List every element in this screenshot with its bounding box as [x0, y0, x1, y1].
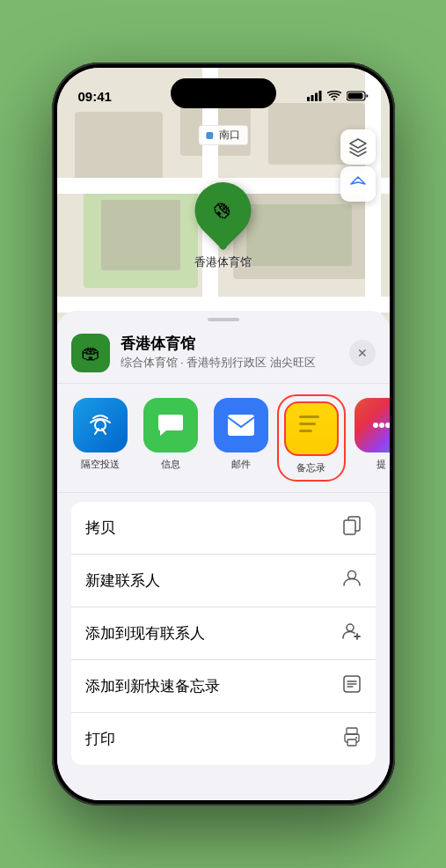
svg-rect-2 — [315, 93, 318, 102]
notes-label: 备忘录 — [296, 461, 325, 474]
venue-subtitle: 综合体育馆 · 香港特别行政区 油尖旺区 — [121, 356, 349, 371]
svg-rect-18 — [347, 739, 356, 746]
message-svg — [156, 410, 186, 440]
svg-point-6 — [95, 420, 106, 430]
airdrop-svg — [86, 411, 114, 439]
layers-icon — [348, 137, 368, 157]
mail-label: 邮件 — [231, 458, 251, 471]
pin-inner: 🏟 — [202, 189, 245, 232]
venue-name: 香港体育馆 — [121, 335, 349, 353]
location-button[interactable] — [340, 166, 376, 202]
printer-svg — [342, 727, 362, 747]
more-svg — [369, 413, 390, 438]
svg-rect-7 — [228, 415, 254, 436]
share-item-more[interactable]: 提 — [351, 398, 390, 478]
venue-info: 香港体育馆 综合体育馆 · 香港特别行政区 油尖旺区 — [121, 335, 349, 370]
svg-point-13 — [347, 571, 355, 579]
dynamic-island — [171, 78, 276, 108]
notes-line-1 — [299, 416, 320, 418]
status-time: 09:41 — [78, 89, 112, 104]
map-inner — [246, 204, 352, 266]
pin-label: 香港体育馆 — [194, 254, 252, 270]
svg-rect-3 — [318, 91, 321, 101]
action-copy-label: 拷贝 — [85, 518, 115, 538]
svg-rect-12 — [344, 520, 355, 534]
share-row: 隔空投送 信息 — [57, 384, 390, 493]
action-quick-note[interactable]: 添加到新快速备忘录 — [71, 660, 376, 713]
more-icon — [355, 398, 390, 452]
message-label: 信息 — [161, 458, 180, 471]
map-label-text: 南口 — [219, 129, 240, 141]
share-item-mail[interactable]: 邮件 — [210, 398, 272, 478]
action-add-contact-label: 添加到现有联系人 — [85, 623, 205, 644]
svg-point-19 — [355, 737, 357, 739]
svg-point-8 — [373, 423, 378, 428]
svg-rect-5 — [347, 93, 362, 99]
note-svg — [342, 674, 362, 694]
svg-point-10 — [385, 423, 390, 428]
notes-line-3 — [299, 430, 312, 432]
phone-screen: 09:41 — [57, 68, 390, 800]
action-print-label: 打印 — [85, 729, 115, 749]
venue-emoji: 🏟 — [81, 342, 100, 364]
phone-frame: 09:41 — [52, 63, 395, 805]
new-contact-icon — [342, 569, 362, 592]
action-copy[interactable]: 拷贝 — [71, 502, 376, 555]
stadium-icon: 🏟 — [208, 195, 238, 225]
print-icon — [342, 727, 362, 751]
notes-lines — [292, 408, 331, 436]
pin-circle: 🏟 — [183, 171, 263, 251]
more-label: 提 — [377, 458, 386, 471]
message-icon — [143, 398, 198, 452]
notes-icon — [284, 401, 339, 456]
map-layers-button[interactable] — [340, 129, 376, 165]
location-arrow-icon — [349, 175, 367, 193]
svg-rect-0 — [307, 97, 310, 101]
copy-svg — [342, 516, 362, 535]
venue-icon: 🏟 — [71, 334, 110, 372]
action-print[interactable]: 打印 — [71, 713, 376, 765]
quick-note-icon — [342, 674, 362, 698]
status-icons — [307, 91, 369, 101]
bottom-sheet: 🏟 香港体育馆 综合体育馆 · 香港特别行政区 油尖旺区 ✕ — [57, 311, 390, 800]
share-item-message[interactable]: 信息 — [140, 398, 201, 478]
wifi-icon — [327, 91, 341, 101]
add-contact-icon — [342, 622, 362, 645]
svg-rect-1 — [311, 95, 313, 101]
mail-svg — [226, 413, 256, 438]
action-new-contact[interactable]: 新建联系人 — [71, 555, 376, 607]
close-button[interactable]: ✕ — [349, 340, 376, 366]
battery-icon — [347, 91, 369, 101]
action-list: 拷贝 新建联系人 — [71, 502, 376, 765]
share-item-notes[interactable]: 备忘录 — [281, 398, 342, 478]
svg-point-14 — [347, 624, 354, 631]
action-quick-note-label: 添加到新快速备忘录 — [85, 676, 220, 696]
airdrop-icon — [73, 398, 128, 452]
share-item-airdrop[interactable]: 隔空投送 — [69, 398, 131, 478]
svg-rect-16 — [347, 728, 357, 734]
copy-icon — [342, 516, 362, 540]
person-add-svg — [342, 622, 362, 641]
airdrop-label: 隔空投送 — [81, 458, 120, 471]
map-label: 南口 — [198, 125, 248, 145]
signal-icon — [307, 91, 322, 101]
action-new-contact-label: 新建联系人 — [85, 570, 160, 591]
venue-header: 🏟 香港体育馆 综合体育馆 · 香港特别行政区 油尖旺区 ✕ — [57, 321, 390, 384]
map-inner — [101, 200, 180, 270]
action-add-contact[interactable]: 添加到现有联系人 — [71, 607, 376, 660]
svg-point-9 — [379, 423, 384, 428]
notes-line-2 — [299, 423, 317, 425]
map-controls — [340, 129, 376, 202]
map-label-dot — [206, 132, 213, 139]
map-block — [75, 112, 163, 182]
person-svg — [342, 569, 362, 588]
location-pin: 🏟 香港体育馆 — [194, 182, 252, 270]
mail-icon — [214, 398, 268, 452]
